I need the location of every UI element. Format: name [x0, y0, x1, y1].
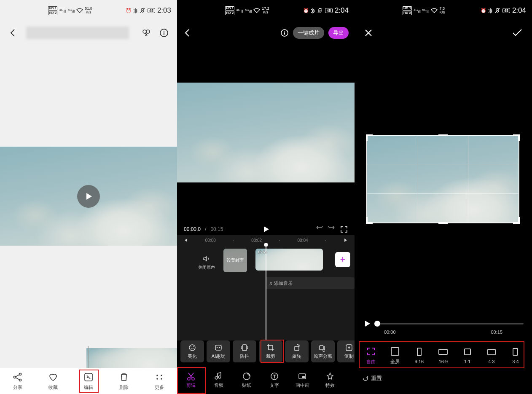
- add-music-button[interactable]: ♫ 添加音乐: [266, 277, 355, 289]
- tab-pip[interactable]: 画中画: [288, 366, 316, 394]
- bluetooth-icon: [489, 8, 492, 13]
- editor-preview[interactable]: [177, 83, 355, 182]
- svg-point-21: [219, 347, 220, 348]
- ruler-tick: ·: [325, 238, 326, 243]
- confirm-icon[interactable]: [512, 28, 523, 38]
- crop-handle-tr[interactable]: [513, 134, 520, 141]
- svg-point-10: [161, 375, 162, 376]
- battery-icon: 48: [148, 8, 155, 13]
- ruler-tick: ·: [279, 238, 280, 243]
- share-icon: [13, 372, 23, 383]
- oneclick-button[interactable]: 一键成片: [293, 27, 324, 39]
- gallery-top-bar: [0, 21, 177, 44]
- alarm-icon: ⏰: [126, 8, 132, 13]
- play-icon[interactable]: [363, 319, 371, 328]
- back-icon[interactable]: [183, 28, 192, 38]
- mute-original-button[interactable]: 关闭原声: [194, 249, 219, 271]
- bluetooth-icon: [311, 8, 315, 13]
- more-button[interactable]: 更多: [147, 372, 172, 391]
- bluetooth-icon: [134, 8, 137, 13]
- favorite-label: 收藏: [48, 384, 58, 391]
- time-start: 00:00: [384, 330, 396, 335]
- share-button[interactable]: 分享: [5, 372, 30, 391]
- favorite-button[interactable]: 收藏: [40, 372, 66, 391]
- undo-icon[interactable]: [315, 226, 323, 233]
- ratio-free[interactable]: 自由: [360, 347, 382, 365]
- net-5g-icon: 5Gıll: [245, 8, 252, 13]
- crop-handle-tl[interactable]: [366, 134, 373, 141]
- edit-button[interactable]: 编辑: [76, 372, 101, 391]
- seek-thumb[interactable]: [374, 321, 380, 327]
- tab-fx[interactable]: 特效: [316, 366, 344, 394]
- editor-screen: HD 1HD 2 4Gıll 5Gıll 17.2K/s ⏰ 48 2:04 一…: [177, 0, 355, 394]
- gallery-title-blurred: [26, 27, 129, 39]
- clip-duration: 15.6s: [258, 250, 267, 254]
- audio-split-tool[interactable]: 原声分离: [311, 340, 335, 362]
- ratio-4-3[interactable]: 4:3: [481, 347, 502, 364]
- alarm-icon: ⏰: [303, 8, 309, 13]
- video-preview[interactable]: [0, 147, 177, 246]
- crop-preview[interactable]: [366, 135, 519, 223]
- svg-point-3: [164, 30, 164, 31]
- ratio-1-1[interactable]: 1:1: [457, 347, 478, 364]
- fullscreen-icon[interactable]: [340, 225, 348, 233]
- playback-controls: 00:00.0 / 00:15: [177, 223, 355, 235]
- ratio-16-9[interactable]: 16:9: [433, 347, 454, 364]
- crop-handle-br[interactable]: [513, 217, 520, 224]
- tab-audio[interactable]: 音频: [205, 366, 233, 394]
- time-end: 00:15: [491, 330, 502, 335]
- delete-button[interactable]: 删除: [111, 372, 137, 391]
- tab-text[interactable]: 文字: [261, 366, 288, 394]
- stabilize-tool[interactable]: 防抖: [233, 340, 256, 362]
- crop-handle-bl[interactable]: [366, 217, 373, 224]
- clip-track[interactable]: 15.6s +: [255, 249, 355, 272]
- play-icon[interactable]: [262, 225, 270, 233]
- ratio-full[interactable]: 全屏: [384, 347, 406, 365]
- skip-end-icon[interactable]: [344, 238, 349, 243]
- ratio-3-4[interactable]: 3:4: [505, 347, 526, 364]
- add-music-label: 添加音乐: [274, 280, 293, 287]
- time-sep: /: [205, 226, 206, 232]
- copy-tool[interactable]: 复制: [337, 340, 355, 362]
- mute-label: 关闭原声: [198, 265, 215, 271]
- svg-point-9: [156, 375, 158, 376]
- back-icon[interactable]: [8, 28, 18, 38]
- crop-handle-top[interactable]: [438, 134, 448, 136]
- ratio-9-16[interactable]: 9:16: [408, 347, 430, 364]
- add-clip-button[interactable]: +: [335, 252, 350, 267]
- status-bar: HD 1HD 2 4Gıll 5Gıll 17.2K/s ⏰ 48 2:04: [177, 0, 355, 21]
- info-icon[interactable]: [159, 28, 169, 38]
- set-cover-button[interactable]: 设置封面: [223, 249, 247, 272]
- mute-icon: [140, 8, 145, 13]
- ratio-row: 自由 全屏 9:16 16:9 1:1 4:3 3:4: [360, 343, 526, 368]
- playhead[interactable]: [266, 245, 266, 340]
- net-4g-icon: 4Gıll: [414, 8, 421, 13]
- close-icon[interactable]: [364, 28, 373, 38]
- select-icon[interactable]: [142, 28, 151, 38]
- tab-sticker[interactable]: 贴纸: [233, 366, 261, 394]
- crop-frame[interactable]: [366, 135, 519, 223]
- rotate-tool[interactable]: 旋转: [285, 340, 309, 362]
- aiplay-tool[interactable]: AI趣玩: [207, 340, 230, 362]
- svg-rect-22: [242, 345, 247, 351]
- play-icon[interactable]: [77, 185, 100, 208]
- tab-filter[interactable]: 滤: [344, 366, 355, 394]
- thumbnail-strip[interactable]: [86, 348, 177, 368]
- info-icon[interactable]: [280, 29, 289, 37]
- svg-rect-23: [295, 346, 299, 351]
- skip-start-icon[interactable]: [183, 238, 188, 243]
- redo-icon[interactable]: [328, 226, 336, 233]
- timeline: 00:00 · 00:02 · 00:04 · 关闭原声 设置封面 15.6s …: [177, 235, 355, 340]
- current-time: 00:00.0: [184, 226, 201, 232]
- crop-tool[interactable]: 裁剪: [259, 340, 282, 362]
- beauty-tool[interactable]: 美化: [180, 340, 204, 362]
- reset-button[interactable]: 重置: [362, 375, 382, 382]
- svg-point-17: [191, 346, 191, 347]
- tab-edit[interactable]: 剪辑: [177, 366, 205, 394]
- export-button[interactable]: 导出: [328, 27, 349, 39]
- net-4g-icon: 4Gıll: [236, 8, 243, 13]
- crop-handle-bottom[interactable]: [438, 222, 448, 224]
- seek-slider[interactable]: [377, 323, 524, 324]
- more-icon: [154, 372, 164, 383]
- more-label: 更多: [155, 384, 164, 391]
